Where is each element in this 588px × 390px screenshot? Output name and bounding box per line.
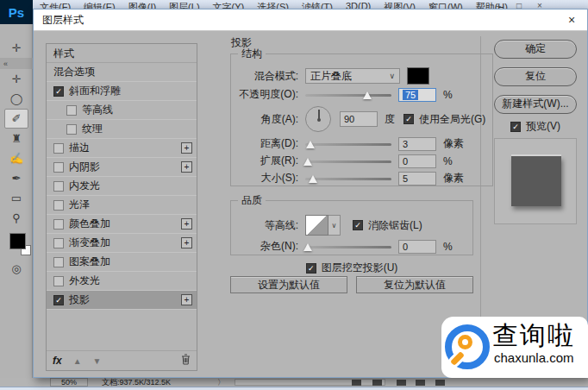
opacity-input[interactable]: 75	[398, 88, 436, 102]
options-bar-tool-icon: ✛	[0, 38, 33, 58]
checkbox[interactable]	[53, 238, 64, 248]
dodge-tool-icon[interactable]: ✒	[0, 168, 33, 188]
checkbox[interactable]	[53, 276, 64, 286]
style-item-satin[interactable]: 光泽	[47, 196, 197, 215]
size-input[interactable]: 5	[398, 172, 436, 186]
blend-mode-row: 混合模式: 正片叠底 ∨	[231, 67, 485, 85]
panel-dock-icon[interactable]	[397, 380, 406, 386]
noise-row: 杂色(N): 0 %	[231, 239, 466, 254]
style-item-inner-glow[interactable]: 内发光	[47, 177, 197, 196]
dialog-title: 图层样式	[42, 13, 84, 28]
default-buttons-row: 设置为默认值 复位为默认值	[230, 276, 473, 293]
style-item-bevel-emboss[interactable]: ✓ 斜面和浮雕	[47, 82, 197, 101]
panel-dock-icon[interactable]	[372, 380, 382, 386]
structure-group: 结构 混合模式: 正片叠底 ∨ 不透明度(O): 75 % 角度(A):	[230, 47, 493, 186]
document-size-info: 文档:937.5K/312.5K	[102, 378, 171, 387]
quality-group: 品质 等高线: ∨ ✓ 消除锯齿(L) 杂色(N): 0 %	[230, 193, 473, 255]
color-swatches	[0, 231, 33, 259]
distance-slider[interactable]	[305, 139, 391, 149]
watermark-domain: chaxunla.com	[494, 351, 575, 365]
style-item-inner-shadow[interactable]: 内阴影 +	[47, 158, 197, 177]
antialias-checkbox[interactable]: ✓	[353, 220, 363, 230]
status-progress-field	[235, 379, 385, 386]
distance-input[interactable]: 3	[398, 137, 436, 151]
collapse-toolbar-button[interactable]: «	[0, 58, 33, 69]
style-item-stroke[interactable]: 描边 +	[47, 139, 197, 158]
opacity-slider[interactable]	[305, 90, 391, 100]
panel-dock-icon[interactable]	[416, 380, 425, 386]
magnifier-logo-icon	[445, 324, 490, 369]
style-item-outer-glow[interactable]: 外发光	[47, 272, 197, 291]
angle-input[interactable]: 90	[340, 111, 378, 127]
style-item-blending-options[interactable]: 混合选项	[47, 63, 197, 82]
ok-button[interactable]: 确定	[494, 40, 577, 59]
history-brush-tool-icon[interactable]: ✍	[0, 148, 33, 168]
checkbox[interactable]	[53, 257, 64, 267]
add-instance-icon[interactable]: +	[181, 161, 192, 173]
style-item-texture[interactable]: 纹理	[47, 120, 197, 139]
style-item-gradient-overlay[interactable]: 渐变叠加 +	[47, 234, 197, 253]
checkbox[interactable]	[53, 181, 64, 192]
reset-default-button[interactable]: 复位为默认值	[356, 276, 473, 293]
watermark-title: 查询啦	[492, 320, 575, 351]
style-preview-square	[511, 156, 561, 206]
preview-checkbox[interactable]: ✓	[510, 122, 521, 132]
rectangle-tool-icon[interactable]: ▭	[0, 188, 33, 208]
panel-dock-icon[interactable]	[435, 380, 445, 386]
dialog-titlebar[interactable]: 图层样式 ×	[34, 9, 587, 31]
preview-row: ✓ 预览(V)	[482, 119, 588, 134]
move-tool-icon[interactable]: ✛	[0, 69, 33, 89]
contour-thumbnail[interactable]	[305, 215, 328, 236]
move-down-icon[interactable]: ▼	[93, 356, 102, 366]
eyedropper-tool-icon[interactable]: ✐	[4, 109, 28, 129]
lasso-tool-icon[interactable]: ◯	[0, 89, 33, 109]
add-instance-icon[interactable]: +	[181, 237, 192, 248]
checkbox[interactable]	[53, 162, 64, 173]
checkbox-checked[interactable]: ✓	[53, 295, 64, 305]
clone-stamp-tool-icon[interactable]: ♜	[0, 129, 33, 148]
style-item-contour[interactable]: 等高线	[47, 101, 197, 120]
add-instance-icon[interactable]: +	[181, 142, 192, 154]
move-up-icon[interactable]: ▲	[73, 356, 82, 366]
add-instance-icon[interactable]: +	[181, 218, 192, 230]
distance-row: 距离(D): 3 像素	[231, 136, 485, 151]
style-item-drop-shadow[interactable]: ✓ 投影 +	[47, 291, 197, 310]
spread-slider[interactable]	[305, 156, 391, 167]
styles-footer: fx ▲ ▼	[47, 350, 197, 370]
checkbox[interactable]	[66, 105, 77, 116]
new-style-button[interactable]: 新建样式(W)...	[494, 95, 577, 114]
tools-panel: ✛ « ✛ ◯ ✐ ♜ ✍ ✒ ▭ ⚲ ◎	[0, 12, 33, 390]
size-slider[interactable]	[305, 173, 391, 184]
foreground-color-swatch[interactable]	[9, 233, 26, 249]
global-light-checkbox[interactable]: ✓	[403, 114, 414, 124]
zoom-tool-icon[interactable]: ⚲	[0, 208, 33, 228]
checkbox[interactable]	[66, 124, 77, 135]
checkbox[interactable]	[53, 200, 64, 211]
reset-button[interactable]: 复位	[494, 67, 577, 86]
spread-row: 扩展(R): 0 %	[231, 154, 485, 168]
knockout-checkbox[interactable]: ✓	[306, 263, 316, 274]
dialog-close-icon[interactable]: ×	[565, 13, 579, 27]
shadow-color-swatch[interactable]	[407, 67, 429, 85]
blend-mode-select[interactable]: 正片叠底 ∨	[305, 68, 400, 84]
zoom-level-field[interactable]: 50%	[50, 378, 88, 387]
checkbox[interactable]	[53, 143, 64, 154]
fx-menu-button[interactable]: fx	[53, 355, 62, 367]
noise-slider[interactable]	[305, 242, 391, 252]
spread-input[interactable]: 0	[398, 154, 436, 168]
checkbox[interactable]	[53, 219, 64, 230]
style-item-color-overlay[interactable]: 颜色叠加 +	[47, 215, 197, 234]
quick-mask-icon[interactable]: ◎	[0, 259, 33, 279]
checkbox-checked[interactable]: ✓	[53, 86, 64, 97]
make-default-button[interactable]: 设置为默认值	[230, 276, 347, 293]
contour-picker-arrow[interactable]: ∨	[328, 215, 341, 236]
watermark: 查询啦 chaxunla.com	[441, 317, 588, 378]
angle-dial[interactable]	[305, 106, 331, 132]
style-item-pattern-overlay[interactable]: 图案叠加	[47, 253, 197, 272]
noise-input[interactable]: 0	[398, 240, 436, 254]
add-instance-icon[interactable]: +	[181, 294, 192, 305]
panel-dock-icon[interactable]	[352, 380, 361, 386]
delete-style-icon[interactable]	[181, 354, 191, 368]
status-menu-arrow[interactable]: 〉	[217, 378, 225, 387]
angle-row: 角度(A): 90 度 ✓ 使用全局光(G)	[231, 104, 485, 134]
